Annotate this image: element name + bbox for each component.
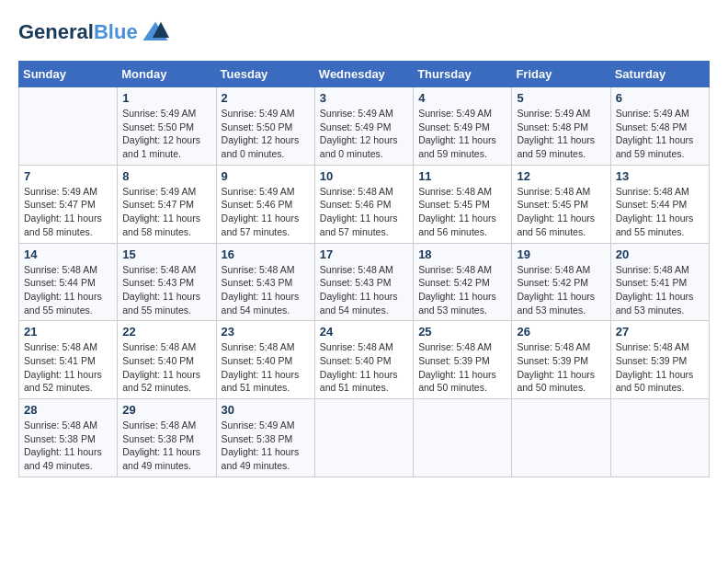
day-number: 18 [418,247,506,261]
calendar-cell: 3Sunrise: 5:49 AM Sunset: 5:49 PM Daylig… [314,87,413,166]
header-saturday: Saturday [610,62,709,87]
day-number: 20 [616,247,704,261]
day-info: Sunrise: 5:49 AM Sunset: 5:49 PM Dayligh… [418,107,506,161]
day-number: 27 [616,325,704,339]
day-number: 22 [122,325,210,339]
calendar-cell: 9Sunrise: 5:49 AM Sunset: 5:46 PM Daylig… [216,165,314,243]
day-info: Sunrise: 5:49 AM Sunset: 5:47 PM Dayligh… [122,185,210,239]
day-info: Sunrise: 5:48 AM Sunset: 5:45 PM Dayligh… [517,185,605,239]
day-info: Sunrise: 5:48 AM Sunset: 5:43 PM Dayligh… [222,263,310,317]
day-info: Sunrise: 5:49 AM Sunset: 5:48 PM Dayligh… [517,107,605,161]
day-number: 15 [122,247,210,261]
day-info: Sunrise: 5:49 AM Sunset: 5:50 PM Dayligh… [122,107,210,161]
day-number: 23 [222,325,310,339]
calendar-cell: 16Sunrise: 5:48 AM Sunset: 5:43 PM Dayli… [216,243,314,321]
calendar-cell: 11Sunrise: 5:48 AM Sunset: 5:45 PM Dayli… [414,165,512,243]
page-header: GeneralBlue [18,18,710,46]
day-number: 7 [24,169,112,183]
logo: GeneralBlue [18,18,169,46]
day-number: 8 [122,169,210,183]
header-friday: Friday [512,62,610,87]
calendar-cell: 1Sunrise: 5:49 AM Sunset: 5:50 PM Daylig… [118,87,216,166]
calendar-cell: 2Sunrise: 5:49 AM Sunset: 5:50 PM Daylig… [216,87,314,166]
header-sunday: Sunday [19,62,118,87]
day-info: Sunrise: 5:48 AM Sunset: 5:44 PM Dayligh… [616,185,704,239]
day-info: Sunrise: 5:48 AM Sunset: 5:38 PM Dayligh… [24,419,112,473]
day-info: Sunrise: 5:48 AM Sunset: 5:39 PM Dayligh… [517,340,605,395]
calendar-week-1: 1Sunrise: 5:49 AM Sunset: 5:50 PM Daylig… [19,87,710,166]
calendar-week-3: 14Sunrise: 5:48 AM Sunset: 5:44 PM Dayli… [19,243,710,321]
calendar-cell: 25Sunrise: 5:48 AM Sunset: 5:39 PM Dayli… [414,321,512,399]
day-info: Sunrise: 5:48 AM Sunset: 5:39 PM Dayligh… [616,340,704,395]
day-info: Sunrise: 5:49 AM Sunset: 5:46 PM Dayligh… [222,185,310,239]
calendar-cell: 20Sunrise: 5:48 AM Sunset: 5:41 PM Dayli… [610,243,709,321]
calendar-cell: 24Sunrise: 5:48 AM Sunset: 5:40 PM Dayli… [314,321,413,399]
calendar-cell: 27Sunrise: 5:48 AM Sunset: 5:39 PM Dayli… [610,321,709,399]
calendar-week-2: 7Sunrise: 5:49 AM Sunset: 5:47 PM Daylig… [19,165,710,243]
day-info: Sunrise: 5:48 AM Sunset: 5:41 PM Dayligh… [616,263,704,317]
calendar-cell: 5Sunrise: 5:49 AM Sunset: 5:48 PM Daylig… [512,87,610,166]
calendar-cell: 7Sunrise: 5:49 AM Sunset: 5:47 PM Daylig… [19,165,118,243]
day-info: Sunrise: 5:48 AM Sunset: 5:44 PM Dayligh… [24,263,112,317]
calendar-cell: 17Sunrise: 5:48 AM Sunset: 5:43 PM Dayli… [314,243,413,321]
logo-icon [142,18,169,46]
calendar-cell [512,399,610,477]
day-number: 10 [320,169,408,183]
calendar-cell: 15Sunrise: 5:48 AM Sunset: 5:43 PM Dayli… [118,243,216,321]
calendar-cell: 19Sunrise: 5:48 AM Sunset: 5:42 PM Dayli… [512,243,610,321]
day-number: 19 [517,247,605,261]
day-info: Sunrise: 5:48 AM Sunset: 5:40 PM Dayligh… [122,340,210,395]
calendar-cell: 29Sunrise: 5:48 AM Sunset: 5:38 PM Dayli… [118,399,216,477]
calendar-cell: 30Sunrise: 5:49 AM Sunset: 5:38 PM Dayli… [216,399,314,477]
calendar-week-4: 21Sunrise: 5:48 AM Sunset: 5:41 PM Dayli… [19,321,710,399]
calendar-cell: 18Sunrise: 5:48 AM Sunset: 5:42 PM Dayli… [414,243,512,321]
calendar-cell [19,87,118,166]
day-info: Sunrise: 5:48 AM Sunset: 5:45 PM Dayligh… [418,185,506,239]
day-info: Sunrise: 5:48 AM Sunset: 5:40 PM Dayligh… [320,340,408,395]
day-number: 21 [24,325,112,339]
day-info: Sunrise: 5:49 AM Sunset: 5:48 PM Dayligh… [616,107,704,161]
calendar-cell: 22Sunrise: 5:48 AM Sunset: 5:40 PM Dayli… [118,321,216,399]
day-number: 5 [517,91,605,105]
day-info: Sunrise: 5:49 AM Sunset: 5:50 PM Dayligh… [222,107,310,161]
day-info: Sunrise: 5:48 AM Sunset: 5:39 PM Dayligh… [418,340,506,395]
day-info: Sunrise: 5:48 AM Sunset: 5:38 PM Dayligh… [122,419,210,473]
day-number: 28 [24,403,112,417]
day-number: 4 [418,91,506,105]
day-info: Sunrise: 5:48 AM Sunset: 5:46 PM Dayligh… [320,185,408,239]
day-info: Sunrise: 5:48 AM Sunset: 5:42 PM Dayligh… [517,263,605,317]
day-info: Sunrise: 5:49 AM Sunset: 5:49 PM Dayligh… [320,107,408,161]
calendar-cell [610,399,709,477]
day-number: 2 [222,91,310,105]
day-number: 30 [222,403,310,417]
day-number: 16 [222,247,310,261]
calendar-cell: 13Sunrise: 5:48 AM Sunset: 5:44 PM Dayli… [610,165,709,243]
day-number: 13 [616,169,704,183]
header-tuesday: Tuesday [216,62,314,87]
day-number: 17 [320,247,408,261]
day-info: Sunrise: 5:48 AM Sunset: 5:43 PM Dayligh… [122,263,210,317]
calendar-cell [314,399,413,477]
day-number: 26 [517,325,605,339]
header-wednesday: Wednesday [314,62,413,87]
calendar-cell: 12Sunrise: 5:48 AM Sunset: 5:45 PM Dayli… [512,165,610,243]
day-info: Sunrise: 5:48 AM Sunset: 5:42 PM Dayligh… [418,263,506,317]
day-number: 11 [418,169,506,183]
calendar-cell: 26Sunrise: 5:48 AM Sunset: 5:39 PM Dayli… [512,321,610,399]
day-number: 12 [517,169,605,183]
day-number: 25 [418,325,506,339]
day-info: Sunrise: 5:48 AM Sunset: 5:41 PM Dayligh… [24,340,112,395]
calendar-header-row: SundayMondayTuesdayWednesdayThursdayFrid… [19,62,710,87]
day-number: 29 [122,403,210,417]
header-thursday: Thursday [414,62,512,87]
day-info: Sunrise: 5:48 AM Sunset: 5:40 PM Dayligh… [222,340,310,395]
day-number: 14 [24,247,112,261]
calendar-table: SundayMondayTuesdayWednesdayThursdayFrid… [18,61,710,477]
day-info: Sunrise: 5:49 AM Sunset: 5:47 PM Dayligh… [24,185,112,239]
calendar-cell: 28Sunrise: 5:48 AM Sunset: 5:38 PM Dayli… [19,399,118,477]
day-number: 6 [616,91,704,105]
calendar-week-5: 28Sunrise: 5:48 AM Sunset: 5:38 PM Dayli… [19,399,710,477]
day-number: 24 [320,325,408,339]
calendar-cell: 6Sunrise: 5:49 AM Sunset: 5:48 PM Daylig… [610,87,709,166]
calendar-cell: 8Sunrise: 5:49 AM Sunset: 5:47 PM Daylig… [118,165,216,243]
